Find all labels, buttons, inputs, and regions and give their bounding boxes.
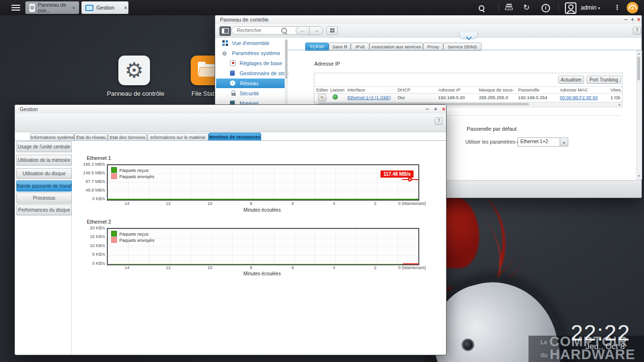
sidebar-item-reglages-de-base[interactable]: Réglages de base [216, 58, 288, 68]
col-masque[interactable]: Masque de sous-rés... [479, 87, 518, 93]
chart2-ytick: 10 KB/s [75, 243, 105, 248]
speed-value: 1 Gb [610, 95, 622, 100]
hamburger-icon [12, 5, 20, 6]
col-liaison[interactable]: Liaison [330, 87, 347, 93]
minimize-button[interactable]: − [424, 105, 431, 113]
watermark-du: du [540, 352, 548, 359]
close-button[interactable]: × [440, 105, 447, 113]
monitor-item-bande-passante[interactable]: Bande passante de transfert [16, 181, 72, 192]
minimize-button[interactable]: − [622, 16, 629, 23]
port-trunking-button[interactable]: Port Trunking [586, 76, 621, 84]
overview-icon [222, 40, 228, 46]
col-vitesse[interactable]: Vites... [610, 87, 622, 93]
sync-icon[interactable]: ↻ [523, 3, 529, 12]
sidebar-item-parametres-systeme[interactable]: ⚙ Paramètres système [216, 48, 288, 58]
search-input[interactable] [231, 26, 303, 34]
monitor-item-processus[interactable]: Processus [16, 192, 72, 204]
col-adresse-mac[interactable]: Adresse MAC [560, 87, 610, 93]
chart1-ytick: 195.3 MB/s [75, 162, 105, 167]
gestion-titlebar[interactable]: Gestion − + × [15, 105, 446, 114]
chart2-xaxis-label: Minutes écoulées [214, 271, 310, 276]
chart2-ytick: 0 KB/s [75, 261, 105, 266]
legend-label: Paquets envoyés [119, 174, 154, 179]
chart2-xtick: 4 [315, 265, 353, 270]
section-title: Adresse IP [314, 61, 340, 67]
col-dhcp[interactable]: DHCP [398, 87, 438, 93]
ip-address-table: Actualiser Port Trunking Editer Liaison … [314, 73, 622, 102]
global-search-icon[interactable] [479, 4, 484, 13]
chart1-ytick: 146.5 MB/s [75, 170, 105, 175]
main-top-bar: ⚙ Panneau de con... × Gestion × ↻ i admi… [0, 0, 644, 15]
chevron-down-icon: ▾ [598, 6, 600, 11]
gateway-select[interactable]: Ethernet 1+2 ▾ [518, 137, 568, 147]
sidebar-item-reseau[interactable]: ✓ Réseau [216, 79, 288, 88]
desktop-icon-control-panel[interactable]: ⚙ [118, 56, 150, 85]
chart2-xtick: 14 [108, 265, 146, 270]
chart1-xtick: 0 (Maintenant) [393, 201, 431, 206]
table-row[interactable]: ✎ Ethernet 1+2 (1 GbE) Oui 192.168.0.20 … [314, 93, 622, 102]
monitor-item-usage-unite-centrale[interactable]: Usage de l'unité centrale [16, 141, 72, 152]
chart1-tooltip: 117.48 MB/s [380, 170, 414, 178]
collapse-panel-button[interactable] [460, 33, 478, 39]
taskbar-tab-gestion[interactable]: Gestion × [81, 1, 128, 14]
maximize-button[interactable]: + [432, 105, 439, 113]
close-tab-icon[interactable]: × [124, 5, 127, 11]
chart1-data-marker[interactable] [408, 177, 412, 181]
gateway-label: Utiliser les paramètres de: [465, 139, 524, 145]
grid-icon [330, 28, 334, 33]
legend-label: Paquets envoyés [119, 238, 154, 243]
dashboard-gauge-icon[interactable] [627, 2, 638, 13]
sidebar-item-gestionnaire-de-stockage[interactable]: Gestionnaire de stockage [216, 68, 288, 78]
info-icon[interactable]: i [541, 4, 550, 12]
edit-pencil-button[interactable]: ✎ [318, 94, 326, 102]
sidebar-item-vue-densemble[interactable]: Vue d'ensemble [216, 38, 288, 48]
back-button[interactable]: ← [296, 26, 310, 35]
monitor-item-utilisation-disque[interactable]: Utilisation du disque [16, 168, 72, 179]
monitor-item-performances-disque[interactable]: Performances du disque [16, 204, 72, 215]
storage-icon [230, 70, 235, 76]
legend-swatch-envoyes [111, 237, 117, 243]
link-status-dot [333, 94, 338, 100]
control-panel-toolbar: ← → ? [215, 24, 642, 38]
maximize-button[interactable]: + [629, 16, 636, 23]
select-arrow-button[interactable]: ▾ [560, 138, 568, 146]
monitor-icon [85, 4, 93, 12]
chart2-plot-area: Paquets reçus Paquets envoyés [107, 228, 419, 265]
chart2-xtick: 2 [356, 265, 394, 270]
gateway-value: 192.168.0.254 [518, 95, 560, 100]
main-menu-button[interactable] [12, 5, 20, 11]
gear-icon: ⚙ [222, 49, 228, 55]
sidebar-item-securite[interactable]: Sécurité [216, 89, 288, 98]
user-avatar-icon[interactable] [565, 2, 576, 14]
more-options-icon[interactable]: ⋮ [614, 3, 621, 11]
legend-swatch-envoyes [111, 173, 117, 179]
close-button[interactable]: × [635, 16, 642, 23]
control-panel-titlebar[interactable]: Panneau de contrôle − + × [215, 15, 642, 24]
desktop-icon-label[interactable]: Panneau de contrôle [104, 90, 167, 97]
background-tasks-icon[interactable] [505, 4, 513, 11]
help-button[interactable]: ? [633, 27, 641, 34]
col-editer[interactable]: Editer [314, 87, 330, 93]
col-adresse-ip[interactable]: Adresse IP [438, 87, 479, 93]
chart1-ytick: 48.8 MB/s [75, 188, 105, 192]
content-vertical-scrollbar[interactable]: ▲ ▼ [636, 50, 642, 180]
gestion-content: Usage de l'unité centrale Utilisation de… [15, 141, 445, 354]
col-passerelle[interactable]: Passerelle [518, 87, 560, 93]
sidebar-toggle-button[interactable] [219, 26, 231, 36]
tab-underline [288, 50, 641, 50]
mac-link[interactable]: 00:08:9B:F2:3E:60 [560, 95, 598, 100]
window-title: Panneau de contrôle [220, 17, 269, 23]
chart2-xtick: 6 [274, 265, 312, 270]
help-button[interactable]: ? [435, 117, 443, 125]
chart1-xtick: 4 [315, 201, 353, 206]
forward-button[interactable]: → [309, 26, 323, 35]
close-tab-icon[interactable]: × [72, 5, 75, 11]
interface-link[interactable]: Ethernet 1+2 (1 GbE) [347, 95, 391, 100]
monitor-item-utilisation-memoire[interactable]: Utilisation de la mémoire [16, 155, 72, 166]
taskbar-tab-control-panel[interactable]: ⚙ Panneau de con... × [25, 1, 79, 14]
refresh-button[interactable]: Actualiser [558, 76, 584, 84]
view-grid-button[interactable] [326, 26, 338, 35]
back-arrow-icon: ← [300, 28, 305, 33]
col-interface[interactable]: Interface [347, 87, 398, 93]
user-menu[interactable]: admin ▾ [581, 4, 600, 11]
